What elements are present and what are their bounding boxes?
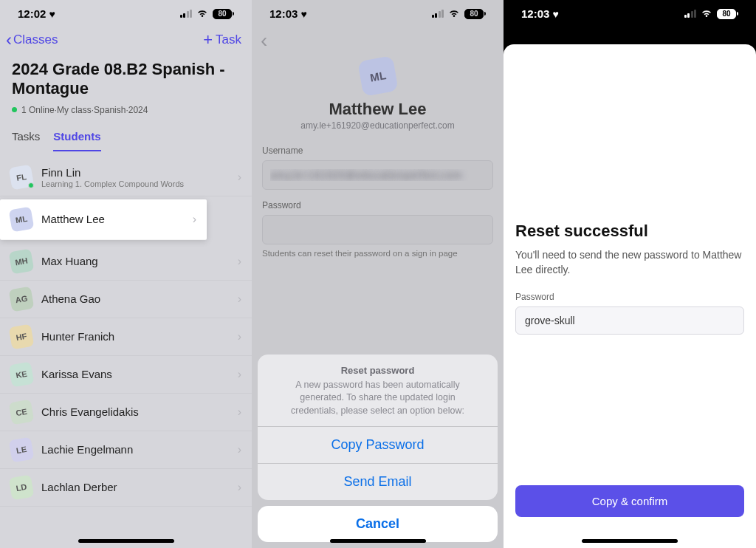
chevron-right-icon: › (238, 255, 241, 268)
result-title: Reset successful (515, 222, 744, 241)
student-name: Athena Gao (41, 292, 229, 305)
student-row[interactable]: HFHunter Franich› (0, 318, 252, 356)
heart-icon: ♥ (552, 8, 558, 20)
result-description: You'll need to send the new password to … (515, 248, 744, 277)
battery-icon: 80 (213, 9, 234, 19)
student-row[interactable]: MLMatthew Lee› (0, 199, 207, 240)
home-indicator[interactable] (78, 539, 174, 543)
copy-password-button[interactable]: Copy Password (258, 426, 498, 463)
result-sheet: Reset successful You'll need to send the… (504, 44, 756, 548)
avatar: HF (9, 323, 35, 349)
tab-students[interactable]: Students (53, 124, 100, 151)
online-dot-icon (28, 182, 34, 188)
student-row[interactable]: AGAthena Gao› (0, 281, 252, 318)
sheet-description: A new password has been automatically ge… (275, 379, 480, 418)
student-name: Karissa Evans (41, 368, 229, 380)
avatar: CE (9, 399, 35, 425)
student-name: Lachie Engelmann (41, 443, 229, 456)
password-label: Password (515, 292, 744, 302)
chevron-right-icon: › (238, 292, 241, 306)
add-task-label: Task (216, 32, 241, 47)
student-name: Max Huang (41, 255, 229, 267)
student-name: Finn Lin (41, 166, 229, 179)
status-bar: 12:03 ♥ 80 (504, 0, 756, 23)
action-sheet: Reset password A new password has been a… (258, 355, 498, 543)
student-name: Hunter Franich (41, 330, 229, 343)
chevron-left-icon: ‹ (6, 31, 12, 49)
student-name: Chris Evangelidakis (41, 405, 229, 418)
avatar: LE (9, 436, 35, 462)
back-label: Classes (13, 32, 58, 47)
add-task-button[interactable]: + Task (203, 30, 241, 49)
avatar: LD (9, 474, 35, 500)
student-row[interactable]: LELachie Engelmann› (0, 431, 252, 469)
chevron-right-icon: › (238, 368, 241, 381)
status-bar: 12:02 ♥ 80 (0, 0, 252, 23)
password-field[interactable] (515, 306, 744, 335)
online-dot-icon (12, 107, 17, 112)
chevron-right-icon: › (238, 405, 241, 419)
send-email-button[interactable]: Send Email (258, 463, 498, 500)
chevron-right-icon: › (238, 171, 241, 184)
tab-tasks[interactable]: Tasks (12, 124, 40, 151)
chevron-right-icon: › (238, 443, 241, 456)
avatar: MH (9, 248, 35, 274)
status-time: 12:02 (18, 7, 46, 20)
copy-confirm-button[interactable]: Copy & confirm (515, 485, 744, 517)
tabs: Tasks Students (0, 124, 252, 151)
student-row[interactable]: MHMax Huang› (0, 243, 252, 281)
avatar: KE (9, 361, 35, 387)
sheet-title: Reset password (275, 365, 480, 376)
student-row[interactable]: FLFinn LinLearning 1. Complex Compound W… (0, 159, 252, 196)
plus-icon: + (203, 30, 213, 49)
page-meta: 1 Online·My class·Spanish·2024 (0, 102, 252, 124)
student-name: Matthew Lee (41, 213, 184, 225)
battery-icon: 80 (717, 9, 738, 19)
avatar: ML (9, 206, 35, 232)
home-indicator[interactable] (582, 539, 678, 543)
chevron-right-icon: › (193, 213, 196, 226)
wifi-icon (196, 7, 208, 20)
chevron-right-icon: › (238, 481, 241, 494)
student-row[interactable]: LDLachlan Derber› (0, 469, 252, 507)
signal-icon (684, 10, 697, 18)
home-indicator[interactable] (330, 539, 426, 543)
student-list: FLFinn LinLearning 1. Complex Compound W… (0, 159, 252, 507)
cancel-button[interactable]: Cancel (258, 506, 498, 542)
back-button[interactable]: ‹ Classes (6, 31, 58, 49)
student-row[interactable]: CEChris Evangelidakis› (0, 394, 252, 431)
student-row[interactable]: KEKarissa Evans› (0, 356, 252, 394)
chevron-right-icon: › (238, 330, 241, 343)
student-name: Lachlan Derber (41, 481, 229, 493)
heart-icon: ♥ (49, 8, 55, 20)
signal-icon (180, 10, 193, 18)
student-activity: Learning 1. Complex Compound Words (41, 179, 229, 188)
status-time: 12:03 (521, 7, 549, 20)
avatar: AG (9, 286, 35, 312)
wifi-icon (701, 7, 712, 20)
page-title: 2024 Grade 08.B2 Spanish - Montague (0, 55, 252, 102)
